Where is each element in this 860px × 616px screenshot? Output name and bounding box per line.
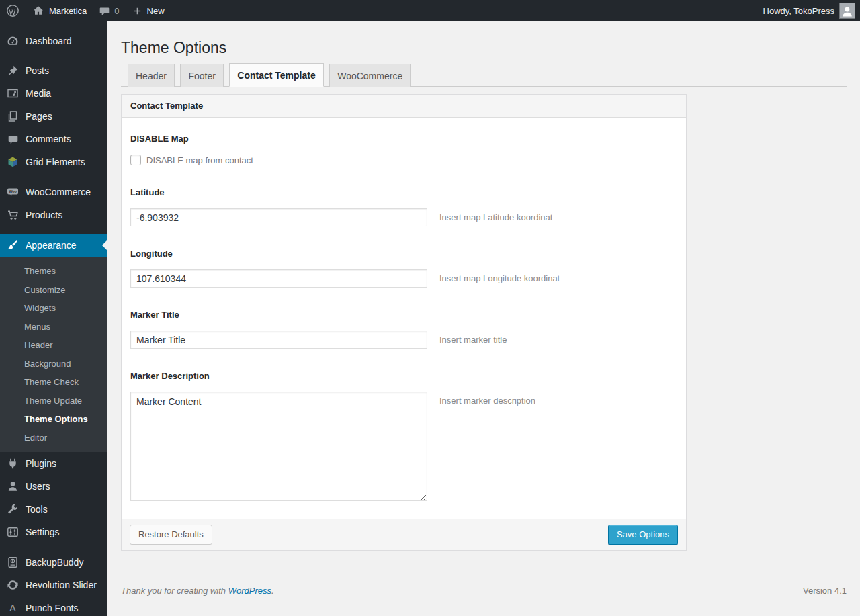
cart-icon bbox=[6, 208, 19, 222]
submenu-item-theme-options[interactable]: Theme Options bbox=[0, 410, 108, 429]
sidebar-item-comments[interactable]: Comments bbox=[0, 128, 108, 150]
version-text: Version 4.1 bbox=[803, 586, 847, 596]
sidebar-item-label: Users bbox=[26, 481, 50, 492]
longitude-input[interactable] bbox=[130, 269, 427, 288]
howdy-text: Howdy, TokoPress bbox=[763, 6, 834, 16]
new-content-menu[interactable]: New bbox=[126, 0, 171, 21]
woocommerce-badge-icon bbox=[6, 185, 19, 199]
menu-separator bbox=[0, 543, 108, 551]
longitude-label: Longitude bbox=[130, 249, 677, 259]
submenu-item-theme-check[interactable]: Theme Check bbox=[0, 373, 108, 392]
comments-shortcut[interactable]: 0 bbox=[93, 0, 125, 21]
sidebar-item-pages[interactable]: Pages bbox=[0, 105, 108, 128]
sidebar-item-label: Media bbox=[26, 88, 51, 99]
letter-a-icon: A bbox=[6, 603, 19, 613]
sidebar-item-label: Appearance bbox=[26, 240, 77, 251]
tab-footer[interactable]: Footer bbox=[180, 64, 223, 87]
menu-separator bbox=[0, 52, 108, 59]
sidebar-item-plugins[interactable]: Plugins bbox=[0, 452, 108, 475]
sidebar-item-label: WooCommerce bbox=[26, 187, 91, 197]
sidebar-item-label: Tools bbox=[26, 504, 48, 515]
menu-separator bbox=[0, 173, 108, 181]
admin-bar: Marketica 0 New Howdy, TokoPress bbox=[0, 0, 860, 21]
avatar bbox=[839, 3, 855, 19]
latitude-input[interactable] bbox=[130, 208, 427, 226]
sidebar-item-appearance[interactable]: Appearance bbox=[0, 234, 108, 257]
sidebar-item-label: BackupBuddy bbox=[26, 557, 83, 568]
marker-title-row: Insert marker title bbox=[130, 331, 677, 349]
sidebar-item-punch-fonts[interactable]: A Punch Fonts bbox=[0, 597, 108, 616]
sidebar-item-woocommerce[interactable]: WooCommerce bbox=[0, 181, 108, 204]
tab-contact-template[interactable]: Contact Template bbox=[229, 63, 323, 87]
submenu-item-themes[interactable]: Themes bbox=[0, 262, 108, 281]
marker-title-label: Marker Title bbox=[130, 310, 677, 320]
disable-map-row: DISABLE map from contact bbox=[130, 155, 677, 165]
user-icon bbox=[6, 480, 19, 493]
panel-footer: Restore Defaults Save Options bbox=[122, 519, 686, 550]
sidebar-item-media[interactable]: Media bbox=[0, 82, 108, 105]
paintbrush-icon bbox=[6, 238, 19, 252]
restore-defaults-button[interactable]: Restore Defaults bbox=[130, 525, 212, 545]
sidebar-item-grid-elements[interactable]: Grid Elements bbox=[0, 150, 108, 173]
comment-bubble-icon bbox=[99, 5, 110, 17]
wordpress-logo-menu[interactable] bbox=[0, 0, 26, 21]
comment-bubble-icon bbox=[6, 134, 19, 145]
thanks-prefix: Thank you for creating with bbox=[121, 586, 228, 596]
sidebar-item-users[interactable]: Users bbox=[0, 475, 108, 498]
sidebar-item-label: Pages bbox=[26, 111, 52, 122]
sidebar-item-label: Plugins bbox=[26, 458, 56, 469]
sidebar-item-dashboard[interactable]: Dashboard bbox=[0, 30, 108, 52]
marker-description-textarea[interactable]: Marker Content bbox=[130, 392, 427, 501]
disable-map-checkbox[interactable] bbox=[130, 155, 141, 165]
wordpress-link[interactable]: WordPress bbox=[228, 586, 271, 596]
marker-title-input[interactable] bbox=[130, 331, 427, 349]
disable-map-label: DISABLE Map bbox=[130, 134, 677, 144]
dashboard-icon bbox=[6, 34, 19, 48]
my-account-menu[interactable]: Howdy, TokoPress bbox=[763, 0, 860, 21]
submenu-item-editor[interactable]: Editor bbox=[0, 429, 108, 447]
page-title: Theme Options bbox=[121, 38, 847, 58]
pages-icon bbox=[6, 109, 19, 123]
comment-count: 0 bbox=[114, 6, 119, 16]
sidebar-item-label: Revolution Slider bbox=[26, 580, 97, 590]
footer-thanks-text: Thank you for creating with WordPress. bbox=[121, 586, 274, 596]
menu-separator bbox=[0, 226, 108, 234]
site-name-link[interactable]: Marketica bbox=[26, 0, 93, 21]
sidebar-item-revolution-slider[interactable]: Revolution Slider bbox=[0, 574, 108, 597]
plus-icon bbox=[132, 5, 143, 17]
panel-body: DISABLE Map DISABLE map from contact Lat… bbox=[122, 118, 686, 519]
submenu-item-menus[interactable]: Menus bbox=[0, 318, 108, 337]
sidebar-item-posts[interactable]: Posts bbox=[0, 59, 108, 82]
sidebar-item-settings[interactable]: Settings bbox=[0, 521, 108, 543]
save-options-button[interactable]: Save Options bbox=[608, 525, 678, 545]
sidebar-item-backupbuddy[interactable]: BackupBuddy bbox=[0, 551, 108, 574]
marker-description-label: Marker Description bbox=[130, 371, 677, 381]
refresh-arrows-icon bbox=[6, 578, 19, 592]
media-icon bbox=[6, 87, 19, 100]
main-content: Theme Options Header Footer Contact Temp… bbox=[108, 21, 860, 616]
thanks-suffix: . bbox=[271, 586, 274, 596]
latitude-row: Insert map Latitude koordinat bbox=[130, 208, 677, 226]
sidebar-item-label: Dashboard bbox=[26, 36, 72, 46]
contact-template-panel: Contact Template DISABLE Map DISABLE map… bbox=[121, 94, 687, 551]
tab-woocommerce[interactable]: WooCommerce bbox=[329, 64, 411, 87]
wordpress-logo-icon bbox=[6, 4, 19, 17]
site-name: Marketica bbox=[49, 6, 87, 16]
submenu-item-theme-update[interactable]: Theme Update bbox=[0, 392, 108, 410]
tab-header[interactable]: Header bbox=[128, 64, 175, 87]
pushpin-icon bbox=[6, 64, 19, 77]
sidebar-item-tools[interactable]: Tools bbox=[0, 498, 108, 521]
sidebar-item-label: Products bbox=[26, 210, 62, 220]
submenu-item-widgets[interactable]: Widgets bbox=[0, 299, 108, 318]
plug-icon bbox=[6, 457, 19, 470]
longitude-row: Insert map Longitude koordinat bbox=[130, 269, 677, 288]
backup-drive-icon bbox=[6, 556, 19, 569]
grid-elements-cube-icon bbox=[6, 155, 19, 169]
sidebar-item-products[interactable]: Products bbox=[0, 204, 108, 226]
submenu-item-header[interactable]: Header bbox=[0, 336, 108, 355]
sidebar-item-label: Grid Elements bbox=[26, 157, 85, 167]
submenu-item-customize[interactable]: Customize bbox=[0, 281, 108, 300]
sidebar-item-label: Comments bbox=[26, 134, 71, 144]
admin-menu: Dashboard Posts Media Pages Comments Gri… bbox=[0, 21, 108, 616]
submenu-item-background[interactable]: Background bbox=[0, 355, 108, 373]
